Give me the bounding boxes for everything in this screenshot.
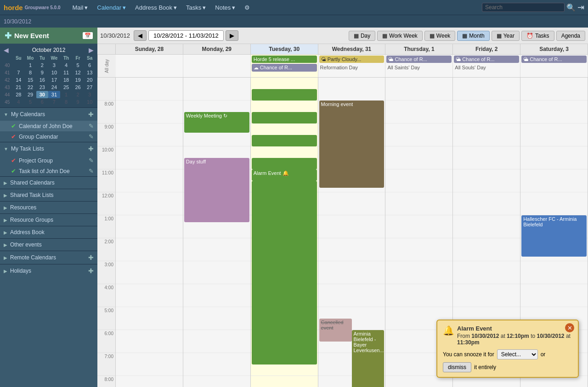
address-book-header[interactable]: ▶ Address Book: [0, 226, 97, 238]
mini-cal-day[interactable]: 29: [24, 91, 36, 98]
shared-calendars-header[interactable]: ▶ Shared Calendars: [0, 177, 97, 189]
edit-group-calendar-button[interactable]: ✎: [89, 133, 94, 140]
mini-cal-day[interactable]: 13: [84, 69, 96, 76]
add-holiday-button[interactable]: ✚: [88, 267, 94, 275]
mini-cal-day[interactable]: 31: [48, 91, 61, 98]
event-hallescher[interactable]: Hallescher FC - Arminia Bielefeld: [521, 215, 587, 257]
holidays-header[interactable]: ▶ Holidays ✚: [0, 264, 97, 277]
mini-cal-day[interactable]: 7: [13, 69, 25, 76]
mini-cal-day[interactable]: 18: [60, 76, 72, 84]
event-tue-green2[interactable]: [252, 112, 317, 123]
event-tue-green1[interactable]: [252, 89, 317, 101]
nav-calendar[interactable]: Calendar ▾: [92, 4, 130, 11]
mini-cal-day[interactable]: 20: [84, 76, 96, 84]
view-year-button[interactable]: ▦ Year: [492, 31, 520, 41]
allday-event-chance-r-fri[interactable]: 🌥 Chance of R...: [454, 56, 519, 63]
edit-task-list-button[interactable]: ✎: [89, 168, 94, 174]
event-tue-green5[interactable]: [252, 181, 317, 365]
mini-cal-day[interactable]: 15: [24, 76, 36, 84]
mini-cal-day[interactable]: 3: [84, 91, 96, 98]
snooze-select[interactable]: Select... 5 minutes 10 minutes 15 minute…: [497, 349, 538, 359]
mini-cal-day[interactable]: 3: [48, 62, 61, 69]
add-task-list-button[interactable]: ✚: [88, 145, 94, 152]
mini-cal-day[interactable]: 19: [72, 76, 84, 84]
allday-event-chance-r-tue[interactable]: ☁ Chance of R...: [252, 64, 317, 72]
view-workweek-button[interactable]: ▦ Work Week: [377, 31, 423, 41]
mini-cal-day[interactable]: 4: [60, 62, 72, 69]
mini-cal-day[interactable]: 1: [24, 62, 36, 69]
resource-groups-header[interactable]: ▶ Resource Groups: [0, 214, 97, 226]
nav-addressbook[interactable]: Address Book ▾: [130, 4, 181, 11]
nav-notes[interactable]: Notes ▾: [210, 4, 240, 11]
remote-calendars-header[interactable]: ▶ Remote Calendars ✚: [0, 251, 97, 264]
add-remote-cal-button[interactable]: ✚: [88, 254, 94, 261]
edit-project-button[interactable]: ✎: [89, 157, 94, 164]
resources-header[interactable]: ▶ Resources: [0, 202, 97, 213]
allday-event-horde[interactable]: Horde 5 release ...: [252, 56, 317, 63]
other-events-header[interactable]: ▶ Other events: [0, 239, 97, 251]
allday-event-chance-r-thu[interactable]: 🌥 Chance of R...: [386, 56, 452, 63]
event-day-stuff[interactable]: Day stuff: [184, 158, 249, 222]
mini-cal-day[interactable]: 24: [48, 84, 61, 91]
event-tue-green4[interactable]: [252, 158, 317, 169]
event-weekly-meeting[interactable]: Weekly Meeting ↻: [184, 112, 249, 133]
mini-cal-day[interactable]: 8: [60, 98, 72, 106]
event-tue-green3[interactable]: [252, 135, 317, 146]
my-calendars-header[interactable]: ▼ My Calendars ✚: [0, 108, 97, 121]
mini-cal-day[interactable]: 17: [48, 76, 61, 84]
prev-week-button[interactable]: ◀: [134, 30, 147, 41]
nav-settings[interactable]: ⚙: [240, 4, 254, 11]
edit-calendar-button[interactable]: ✎: [89, 123, 94, 129]
mini-cal-day[interactable]: 16: [36, 76, 48, 84]
nav-tasks[interactable]: Tasks ▾: [181, 4, 210, 11]
mini-cal-day[interactable]: 25: [60, 84, 72, 91]
event-arminia-wed[interactable]: Arminia Bielefeld - Bayer Leverkusen...: [352, 330, 384, 387]
mini-cal-day[interactable]: 5: [24, 98, 36, 106]
next-week-button[interactable]: ▶: [226, 30, 238, 41]
event-cancelled[interactable]: Cancelled event: [319, 319, 352, 342]
mini-cal-day[interactable]: 5: [72, 62, 84, 69]
allday-event-cloudy[interactable]: 🌤 Partly Cloudy...: [319, 56, 384, 63]
mini-cal-day[interactable]: 14: [13, 76, 25, 84]
shared-task-lists-header[interactable]: ▶ Shared Task Lists: [0, 189, 97, 201]
next-month-button[interactable]: ▶: [89, 46, 94, 54]
mini-cal-day[interactable]: 9: [36, 69, 48, 76]
add-calendar-button[interactable]: ✚: [88, 111, 94, 118]
mini-cal-day[interactable]: 7: [48, 98, 61, 106]
sidebar-item-task-list-john[interactable]: ✔ Task list of John Doe ✎: [0, 166, 97, 176]
view-agenda-button[interactable]: Agenda: [556, 31, 585, 41]
search-button[interactable]: 🔍: [566, 3, 576, 12]
sidebar-item-john-calendar[interactable]: ✔ Calendar of John Doe ✎: [0, 121, 97, 131]
mini-cal-day[interactable]: 12: [72, 69, 84, 76]
dismiss-button[interactable]: dismiss: [443, 362, 471, 372]
mini-cal-day[interactable]: 6: [36, 98, 48, 106]
mini-cal-day[interactable]: 2: [72, 91, 84, 98]
mini-cal-day[interactable]: 10: [84, 98, 96, 106]
mini-cal-day[interactable]: 28: [13, 91, 25, 98]
view-day-button[interactable]: ▦ Day: [349, 31, 375, 41]
mini-cal-day[interactable]: 6: [84, 62, 96, 69]
mini-cal-day[interactable]: 21: [13, 84, 25, 91]
prev-month-button[interactable]: ◀: [4, 46, 9, 54]
mini-cal-day[interactable]: 1: [60, 91, 72, 98]
mini-cal-day[interactable]: 9: [72, 98, 84, 106]
sidebar-item-group-calendar[interactable]: ✔ Group Calendar ✎: [0, 131, 97, 142]
mini-cal-day[interactable]: 8: [24, 69, 36, 76]
mini-cal-day[interactable]: 2: [36, 62, 48, 69]
event-alarm[interactable]: Alarm Event 🔔: [252, 169, 317, 181]
nav-mail[interactable]: Mail ▾: [68, 4, 92, 11]
alarm-close-button[interactable]: ✕: [565, 323, 574, 332]
new-event-button[interactable]: ✚ New Event 📅: [0, 28, 97, 44]
mini-cal-day[interactable]: 23: [36, 84, 48, 91]
mini-cal-day[interactable]: 26: [72, 84, 84, 91]
my-task-lists-header[interactable]: ▼ My Task Lists ✚: [0, 142, 97, 155]
event-morning-event[interactable]: Morning event: [319, 101, 384, 188]
mini-cal-day[interactable]: 27: [84, 84, 96, 91]
mini-cal-day[interactable]: 30: [36, 91, 48, 98]
allday-event-chance-r-sat[interactable]: 🌥 Chance of R...: [521, 56, 587, 63]
mini-cal-day[interactable]: 22: [24, 84, 36, 91]
search-input[interactable]: [482, 3, 565, 12]
sidebar-item-project-group[interactable]: ✔ Project Group ✎: [0, 155, 97, 166]
view-tasks-button[interactable]: ⏰ Tasks: [521, 31, 554, 41]
mini-cal-day[interactable]: 10: [48, 69, 61, 76]
